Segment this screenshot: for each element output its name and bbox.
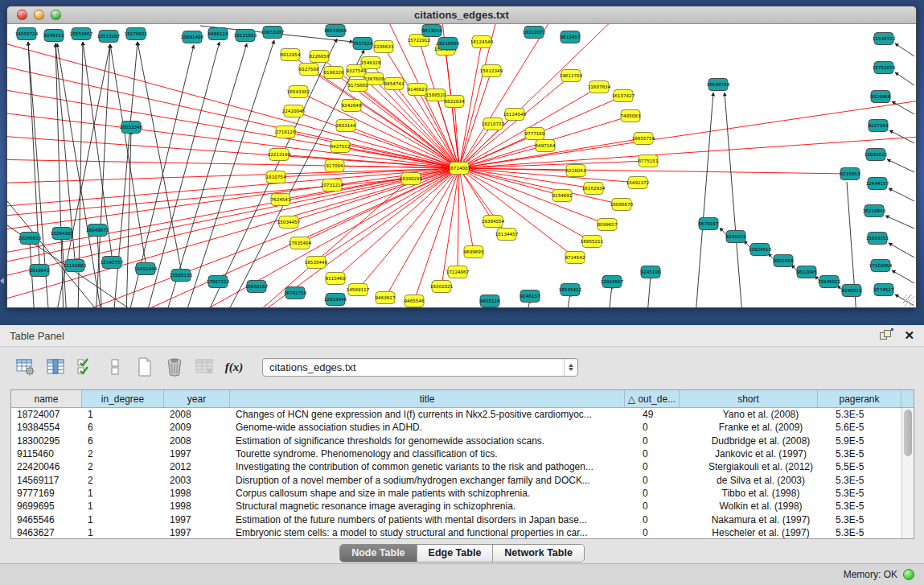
graph-node[interactable]: 14569117 — [347, 284, 370, 296]
graph-node[interactable]: 8775151 — [639, 155, 659, 167]
graph-node[interactable]: 11156883 — [64, 260, 87, 272]
float-panel-icon[interactable] — [880, 330, 893, 341]
graph-node[interactable]: 9227343 — [869, 120, 889, 132]
tab-edge-table[interactable]: Edge Table — [417, 545, 494, 562]
graph-node[interactable]: 9612045 — [797, 266, 817, 278]
graph-node[interactable]: 18535448 — [305, 257, 328, 269]
table-selector-dropdown[interactable]: citations_edges.txt — [262, 358, 578, 377]
graph-node[interactable]: 9463627 — [376, 292, 396, 304]
function-builder-button[interactable]: f(x) — [223, 356, 245, 378]
graph-node[interactable]: 17224067 — [446, 266, 470, 278]
graph-node[interactable]: 8215953 — [840, 168, 860, 180]
table-row[interactable]: 1938455462009Genome-wide association stu… — [11, 421, 914, 434]
graph-node[interactable]: 6822034 — [445, 96, 465, 108]
table-scrollbar[interactable] — [901, 408, 914, 538]
graph-node[interactable]: 12924507 — [601, 276, 624, 288]
graph-node[interactable]: 12093832 — [864, 149, 887, 161]
graph-node[interactable]: 20553467 — [70, 28, 93, 40]
graph-node[interactable]: 9154691 — [552, 190, 573, 202]
graph-node[interactable]: 11607834 — [588, 81, 611, 93]
select-all-columns-button[interactable] — [74, 356, 97, 378]
tab-network-table[interactable]: Network Table — [493, 545, 584, 562]
collapse-handle-icon[interactable] — [0, 278, 4, 284]
graph-node[interactable]: 9327508 — [299, 64, 319, 76]
graph-node[interactable]: 9146821 — [408, 84, 428, 96]
table-row[interactable]: 1872400712008Changes of HCN gene express… — [11, 408, 914, 421]
graph-node[interactable]: 2803144 — [336, 120, 356, 132]
table-row[interactable]: 2242004622012Investigating the contribut… — [11, 460, 914, 473]
graph-node[interactable]: 9246157 — [520, 290, 540, 303]
graph-node[interactable]: 3919641 — [30, 265, 50, 277]
graph-node[interactable]: 9699695 — [464, 246, 484, 258]
graph-node[interactable]: 18302021 — [430, 281, 454, 293]
graph-node[interactable]: 10958167 — [245, 281, 269, 293]
graph-node[interactable]: 8902456 — [774, 255, 794, 267]
table-row[interactable]: 977716911998Corpus callosum shape and si… — [11, 487, 914, 500]
graph-node[interactable]: 18955211 — [581, 236, 604, 248]
scrollbar-thumb[interactable] — [904, 410, 912, 456]
table-row[interactable]: 911546021997Tourette syndrome. Phenomeno… — [11, 447, 914, 460]
graph-node[interactable]: 9245106 — [641, 266, 661, 278]
graph-node[interactable]: 10553287 — [97, 31, 121, 43]
graph-node[interactable]: 18535412 — [559, 284, 581, 296]
graph-node[interactable]: 20260650 — [18, 233, 42, 245]
graph-node[interactable]: 2206631 — [374, 41, 394, 53]
graph-node[interactable]: 15264307 — [51, 228, 74, 240]
graph-node[interactable]: 19121653 — [234, 30, 257, 42]
graph-node[interactable]: 9612457 — [561, 31, 581, 43]
graph-node[interactable]: 8226058 — [310, 51, 330, 63]
graph-node[interactable]: 15945022 — [818, 276, 840, 288]
graph-node[interactable]: 7485083 — [621, 110, 641, 122]
graph-node[interactable]: 17103454 — [869, 260, 893, 272]
window-titlebar[interactable]: citations_edges.txt — [7, 6, 916, 24]
close-panel-icon[interactable]: ✕ — [904, 330, 914, 341]
graph-node[interactable]: 11546723 — [873, 33, 896, 45]
graph-node[interactable]: 12924510 — [749, 244, 772, 256]
graph-node[interactable]: 16648784 — [707, 79, 730, 91]
graph-node[interactable]: 9329966 — [871, 91, 891, 103]
table-row[interactable]: 969969511998Structural magnetic resonanc… — [11, 500, 914, 513]
graph-node[interactable]: 9774527 — [874, 284, 894, 296]
graph-node[interactable]: 18724007 — [448, 163, 471, 175]
graph-node[interactable]: 2718120 — [276, 126, 296, 138]
graph-node[interactable]: 16107427 — [612, 90, 635, 102]
graph-node[interactable]: 8216043 — [566, 165, 586, 177]
column-header-name[interactable]: name — [11, 390, 82, 407]
unselect-all-columns-button[interactable] — [104, 356, 126, 378]
column-header-pagerank[interactable]: pagerank — [818, 390, 901, 407]
graph-node[interactable]: 15751074 — [873, 62, 896, 74]
table-row[interactable]: 946362711997Embryonic stem cells: a mode… — [11, 526, 914, 538]
graph-node[interactable]: 15491372 — [626, 177, 649, 189]
graph-node[interactable]: 3175685 — [348, 80, 368, 92]
graph-node[interactable]: 20053346 — [120, 122, 143, 134]
graph-node[interactable]: 9115460 — [326, 273, 346, 285]
graph-node[interactable]: 1588520 — [426, 89, 446, 101]
graph-node[interactable]: 16543382 — [287, 86, 310, 98]
graph-node[interactable]: 22420046 — [282, 105, 306, 117]
graph-node[interactable]: 9777169 — [525, 128, 545, 140]
graph-node[interactable]: 9455124 — [480, 295, 500, 307]
graph-node[interactable]: 19218586 — [437, 38, 460, 50]
graph-node[interactable]: 1546328 — [361, 57, 381, 69]
graph-node[interactable]: 8679197 — [699, 218, 719, 230]
graph-node[interactable]: 15034457 — [277, 216, 301, 229]
graph-node[interactable]: 8186328 — [324, 67, 344, 79]
graph-node[interactable]: 9245022 — [726, 231, 746, 243]
create-column-button[interactable] — [133, 356, 156, 378]
minimize-button[interactable] — [34, 10, 44, 20]
graph-node[interactable]: 15124549 — [503, 109, 527, 121]
graph-node[interactable]: 17957223 — [207, 276, 230, 288]
graph-node[interactable]: 15812349 — [480, 65, 503, 77]
graph-node[interactable]: 9724542 — [565, 252, 585, 264]
graph-node[interactable]: 8454743 — [384, 78, 405, 90]
graph-node[interactable]: 8912954 — [281, 49, 301, 61]
graph-node[interactable]: 12444157 — [866, 178, 889, 190]
graph-node[interactable]: 8427552 — [331, 141, 351, 153]
graph-node[interactable]: 10653287 — [261, 27, 285, 39]
graph-node[interactable]: 18955754 — [632, 133, 655, 145]
column-header-out_de[interactable]: △ out_de... — [625, 390, 680, 407]
resize-grip-icon[interactable] — [903, 295, 914, 306]
graph-node[interactable]: 18049671 — [86, 225, 109, 237]
column-header-title[interactable]: title — [230, 390, 625, 407]
graph-node[interactable]: 15505135 — [170, 270, 193, 282]
